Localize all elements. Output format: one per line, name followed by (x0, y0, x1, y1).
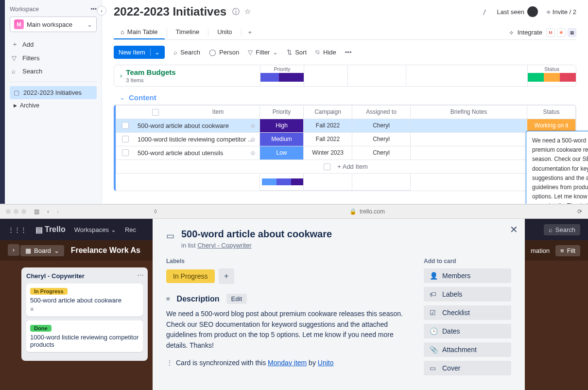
add-view-button[interactable]: + (243, 26, 257, 39)
notes-cell[interactable] (411, 132, 527, 146)
column-header-notes[interactable]: Briefing Notes (411, 106, 527, 119)
trello-board-title[interactable]: Freelance Work As (71, 246, 140, 255)
table-row[interactable]: 1000-word listicle reviewing competitor … (116, 132, 576, 146)
more-integration-icon[interactable]: ▦ (568, 28, 576, 37)
hubspot-icon[interactable]: ✱ (557, 28, 566, 37)
expand-sidebar-button[interactable]: › (8, 244, 19, 256)
campaign-cell[interactable]: Winter 2023 (304, 146, 352, 160)
new-item-button[interactable]: New Item ⌄ (114, 46, 165, 59)
sidebar-search[interactable]: ⌕ Search (10, 65, 97, 78)
side-button-labels[interactable]: 🏷Labels (424, 287, 511, 301)
briefing-notes-popover[interactable]: We need a 500-word blog post about premi… (526, 131, 588, 204)
board-link-initiatives[interactable]: ▢ 2022-2023 Initiatives (10, 86, 97, 99)
row-checkbox[interactable] (122, 149, 129, 156)
star-icon[interactable]: ☆ (244, 7, 251, 17)
trello-logo[interactable]: ▤ Trello (35, 225, 66, 234)
toolbar-sort[interactable]: ⇅Sort (287, 49, 307, 56)
group-title[interactable]: Content (129, 93, 156, 102)
chat-icon[interactable]: ⊕ (250, 136, 256, 143)
chevron-down-icon[interactable]: ⌄ (120, 94, 125, 101)
assigned-cell[interactable]: Cheryl (352, 132, 411, 146)
close-icon[interactable]: ✕ (510, 224, 518, 235)
shield-icon[interactable]: ◊ (154, 208, 157, 215)
back-icon[interactable]: ‹ (47, 208, 49, 215)
sidebar-more-icon[interactable]: ••• (90, 6, 97, 13)
table-row[interactable]: 500-word article about utensils⊕LowWinte… (116, 146, 576, 160)
column-header-campaign[interactable]: Campaign (304, 106, 352, 119)
side-button-checklist[interactable]: ☑Checklist (424, 305, 511, 320)
description-text[interactable]: We need a 500-word blog post about premi… (166, 309, 412, 351)
checkbox[interactable] (324, 163, 330, 170)
priority-cell[interactable]: High (260, 119, 304, 132)
trello-search[interactable]: ⌕ Search (544, 224, 580, 235)
toolbar-filter[interactable]: ▽Filter⌄ (248, 49, 278, 56)
apps-icon[interactable]: ⋮⋮⋮ (8, 226, 27, 233)
column-header-assigned[interactable]: Assigned to (352, 106, 411, 119)
list-menu-icon[interactable]: ⋯ (137, 271, 144, 279)
integrate-label[interactable]: Integrate (518, 29, 542, 36)
tab-timeline[interactable]: Timeline (169, 25, 207, 39)
unito-link[interactable]: Unito (318, 359, 334, 367)
filter-button[interactable]: ≡Filt (555, 245, 580, 256)
edit-description-button[interactable]: Edit (226, 294, 247, 304)
nav-workspaces[interactable]: Workspaces⌄ (74, 226, 116, 233)
campaign-cell[interactable]: Fall 2022 (304, 132, 352, 146)
monday-item-link[interactable]: Monday item (268, 359, 307, 367)
priority-cell[interactable]: Medium (260, 132, 304, 146)
forward-icon[interactable]: › (57, 208, 59, 215)
add-label-button[interactable]: + (219, 268, 234, 284)
priority-cell[interactable]: Low (260, 146, 304, 160)
notes-cell[interactable] (411, 119, 527, 132)
campaign-cell[interactable]: Fall 2022 (304, 119, 352, 132)
card-label[interactable]: In Progress (30, 288, 68, 295)
traffic-lights[interactable] (6, 209, 26, 214)
column-header-priority[interactable]: Priority (260, 106, 304, 119)
nav-recent[interactable]: Rec (125, 226, 136, 233)
board-view-button[interactable]: ▦ Board ⌄ (20, 245, 64, 256)
notes-cell[interactable] (411, 146, 527, 160)
gmail-icon[interactable]: M (546, 28, 555, 37)
assigned-cell[interactable]: Cheryl (352, 119, 411, 132)
card-title[interactable]: 500-word article about cookware (181, 229, 332, 240)
side-button-dates[interactable]: 🕒Dates (424, 324, 511, 338)
list-link[interactable]: Cheryl - Copywriter (197, 242, 251, 249)
chevron-down-icon[interactable]: ⌄ (150, 49, 160, 56)
avatar[interactable] (527, 6, 538, 17)
list-title[interactable]: Cheryl - Copywriter (26, 272, 143, 280)
table-row[interactable]: 500-word article about cookware⊕HighFall… (116, 119, 576, 132)
chat-icon[interactable]: ⊕ (250, 122, 256, 129)
last-seen-label[interactable]: Last seen (497, 8, 524, 16)
card-label[interactable]: Done (30, 325, 52, 332)
column-header-item[interactable]: Item (116, 106, 260, 119)
assigned-cell[interactable]: Cheryl (352, 146, 411, 160)
reload-icon[interactable]: ⟳ (577, 208, 582, 215)
sidebar-filters[interactable]: ▽ Filters (10, 52, 97, 65)
side-button-cover[interactable]: ▭Cover (424, 361, 511, 375)
group-title[interactable]: Team Budgets (126, 68, 175, 76)
activity-icon[interactable]: 〳 (482, 8, 488, 16)
toolbar-more[interactable]: ••• (345, 49, 352, 56)
toolbar-person[interactable]: ◯Person (209, 49, 239, 56)
add-item-row[interactable]: + Add Item (116, 160, 576, 174)
info-icon[interactable]: ⓘ (232, 7, 240, 17)
toolbar-search[interactable]: ⌕Search (173, 49, 200, 56)
sidebar-toggle-icon[interactable]: ▥ (34, 208, 39, 215)
url-bar[interactable]: 🔒 trello.com (165, 208, 570, 215)
sidebar-add[interactable]: ＋ Add (10, 37, 97, 52)
chevron-right-icon[interactable]: › (120, 72, 122, 79)
trello-card[interactable]: In Progress500-word article about cookwa… (26, 284, 143, 317)
toolbar-hide[interactable]: ⦰Hide (315, 49, 336, 56)
side-button-members[interactable]: 👤Members (424, 268, 511, 283)
label-chip-in-progress[interactable]: In Progress (166, 269, 215, 283)
invite-button[interactable]: ⎆ Invite / 2 (547, 8, 576, 16)
select-all-checkbox[interactable] (152, 109, 159, 116)
row-checkbox[interactable] (122, 122, 129, 129)
tab-unito[interactable]: Unito (210, 25, 239, 39)
workspace-selector[interactable]: M Main workspace ⌄ (10, 17, 97, 32)
sidebar-archive[interactable]: ▶ Archive (10, 99, 97, 112)
row-checkbox[interactable] (122, 136, 129, 142)
column-header-status[interactable]: Status (527, 106, 576, 119)
trello-card[interactable]: Done1000-word listicle reviewing competi… (26, 320, 143, 352)
chat-icon[interactable]: ⊕ (250, 149, 256, 157)
tab-main-table[interactable]: ⌂ Main Table (114, 25, 165, 39)
